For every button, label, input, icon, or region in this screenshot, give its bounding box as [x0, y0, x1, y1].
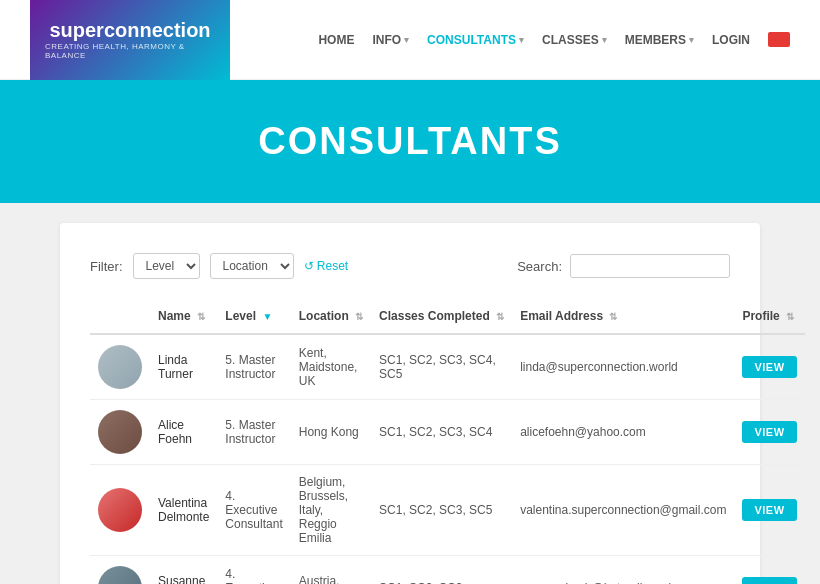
search-label: Search: [517, 259, 562, 274]
view-profile-button[interactable]: VIEW [742, 356, 796, 378]
table-row: Valentina Delmonte4. Executive Consultan… [90, 465, 805, 556]
filter-label: Filter: [90, 259, 123, 274]
avatar-cell [90, 465, 150, 556]
hero-title: CONSULTANTS [20, 120, 800, 163]
logo-connection: connection [104, 19, 211, 42]
consultant-level: 5. Master Instructor [217, 334, 290, 400]
level-sort-icon: ▼ [262, 311, 272, 322]
col-location-header[interactable]: Location ⇅ [291, 299, 371, 334]
view-profile-button[interactable]: VIEW [742, 499, 796, 521]
table-body: Linda Turner5. Master InstructorKent, Ma… [90, 334, 805, 584]
consultant-location: Kent, Maidstone, UK [291, 334, 371, 400]
location-sort-icon: ⇅ [355, 311, 363, 322]
level-filter[interactable]: Level [133, 253, 200, 279]
main-content-area: Filter: Level Location ↺ Reset Search: N… [60, 223, 760, 584]
col-level-header[interactable]: Level ▼ [217, 299, 290, 334]
view-profile-button[interactable]: VIEW [742, 577, 796, 584]
avatar [98, 566, 142, 584]
consultants-table: Name ⇅ Level ▼ Location ⇅ Classes Comple… [90, 299, 805, 584]
nav-consultants[interactable]: CONSULTANTS ▾ [427, 33, 524, 47]
consultants-dropdown-icon: ▾ [519, 35, 524, 45]
consultant-level: 5. Master Instructor [217, 400, 290, 465]
avatar-cell [90, 400, 150, 465]
location-filter[interactable]: Location [210, 253, 294, 279]
consultant-classes: SC1, SC2, SC3 [371, 556, 512, 585]
consultant-location: Austria, Wien [291, 556, 371, 585]
table-row: Alice Foehn5. Master InstructorHong Kong… [90, 400, 805, 465]
search-input[interactable] [570, 254, 730, 278]
nav-login[interactable]: LOGIN [712, 33, 750, 47]
classes-dropdown-icon: ▾ [602, 35, 607, 45]
col-email-header[interactable]: Email Address ⇅ [512, 299, 734, 334]
avatar [98, 410, 142, 454]
consultant-name: Valentina Delmonte [150, 465, 217, 556]
consultant-location: Hong Kong [291, 400, 371, 465]
page-header: superconnection CREATING HEALTH, HARMONY… [0, 0, 820, 80]
classes-sort-icon: ⇅ [496, 311, 504, 322]
table-header: Name ⇅ Level ▼ Location ⇅ Classes Comple… [90, 299, 805, 334]
profile-cell: VIEW [734, 334, 804, 400]
avatar-cell [90, 334, 150, 400]
filter-right: Search: [517, 254, 730, 278]
profile-sort-icon: ⇅ [786, 311, 794, 322]
col-classes-header[interactable]: Classes Completed ⇅ [371, 299, 512, 334]
logo-super: super [49, 19, 103, 42]
consultant-location: Belgium, Brussels, Italy, Reggio Emilia [291, 465, 371, 556]
view-profile-button[interactable]: VIEW [742, 421, 796, 443]
nav-home[interactable]: HOME [318, 33, 354, 47]
nav-classes[interactable]: CLASSES ▾ [542, 33, 607, 47]
main-nav: HOME INFO ▾ CONSULTANTS ▾ CLASSES ▾ MEMB… [318, 32, 790, 47]
consultant-classes: SC1, SC2, SC3, SC4, SC5 [371, 334, 512, 400]
avatar [98, 488, 142, 532]
consultant-name: Linda Turner [150, 334, 217, 400]
consultant-email: valentina.superconnection@gmail.com [512, 465, 734, 556]
nav-members[interactable]: MEMBERS ▾ [625, 33, 694, 47]
table-row: Susanne Bush4. Executive ConsultantAustr… [90, 556, 805, 585]
consultant-email: alicefoehn@yahoo.com [512, 400, 734, 465]
name-sort-icon: ⇅ [197, 311, 205, 322]
consultant-name: Susanne Bush [150, 556, 217, 585]
reset-button[interactable]: ↺ Reset [304, 259, 349, 273]
consultant-name: Alice Foehn [150, 400, 217, 465]
language-flag[interactable] [768, 32, 790, 47]
filter-left: Filter: Level Location ↺ Reset [90, 253, 348, 279]
logo-area: superconnection CREATING HEALTH, HARMONY… [30, 0, 230, 80]
consultant-classes: SC1, SC2, SC3, SC5 [371, 465, 512, 556]
email-sort-icon: ⇅ [609, 311, 617, 322]
table-row: Linda Turner5. Master InstructorKent, Ma… [90, 334, 805, 400]
consultant-level: 4. Executive Consultant [217, 465, 290, 556]
consultant-email: susannebush@hotmail.co.uk [512, 556, 734, 585]
avatar-cell [90, 556, 150, 585]
avatar [98, 345, 142, 389]
consultant-classes: SC1, SC2, SC3, SC4 [371, 400, 512, 465]
filter-row: Filter: Level Location ↺ Reset Search: [90, 253, 730, 279]
col-avatar [90, 299, 150, 334]
profile-cell: VIEW [734, 556, 804, 585]
hero-banner: CONSULTANTS [0, 80, 820, 203]
members-dropdown-icon: ▾ [689, 35, 694, 45]
consultant-email: linda@superconnection.world [512, 334, 734, 400]
profile-cell: VIEW [734, 400, 804, 465]
profile-cell: VIEW [734, 465, 804, 556]
col-profile-header[interactable]: Profile ⇅ [734, 299, 804, 334]
col-name-header[interactable]: Name ⇅ [150, 299, 217, 334]
nav-info[interactable]: INFO ▾ [372, 33, 409, 47]
consultant-level: 4. Executive Consultant [217, 556, 290, 585]
info-dropdown-icon: ▾ [404, 35, 409, 45]
logo-tagline: CREATING HEALTH, HARMONY & BALANCE [45, 42, 215, 60]
